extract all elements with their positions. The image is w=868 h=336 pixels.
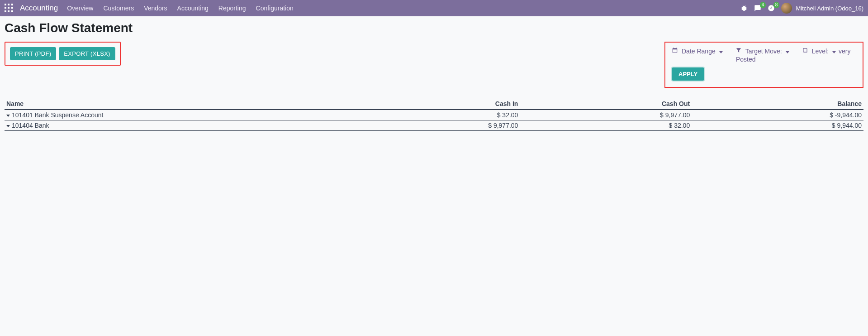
filter-icon — [735, 47, 742, 53]
cell-cash-out: $ 32.00 — [520, 120, 692, 131]
control-row: PRINT (PDF) EXPORT (XLSX) Date Range Tar… — [5, 42, 863, 88]
nav-link-configuration[interactable]: Configuration — [256, 5, 294, 12]
avatar — [781, 3, 792, 14]
col-balance: Balance — [692, 98, 863, 110]
nav-link-customers[interactable]: Customers — [103, 5, 134, 12]
messages-count: 4 — [760, 2, 766, 8]
cell-name: 101404 Bank — [12, 122, 49, 129]
filter-date-range-label: Date Range — [682, 48, 716, 55]
export-xlsx-button[interactable]: EXPORT (XLSX) — [59, 47, 115, 60]
nav-link-overview[interactable]: Overview — [67, 5, 93, 12]
col-name: Name — [5, 98, 348, 110]
calendar-icon — [672, 47, 678, 53]
filter-row: Date Range Target Move: Level: very — [672, 47, 856, 55]
cash-flow-table: Name Cash In Cash Out Balance 101401 Ban… — [5, 98, 863, 131]
filter-target-move-value: Posted — [736, 56, 856, 63]
activities-icon[interactable]: 8 — [768, 5, 775, 12]
expand-caret-icon[interactable] — [6, 125, 10, 127]
cell-cash-in: $ 32.00 — [348, 110, 520, 120]
nav-right: 4 8 Mitchell Admin (Odoo_16) — [740, 3, 863, 14]
messages-icon[interactable]: 4 — [754, 5, 761, 12]
table-header-row: Name Cash In Cash Out Balance — [5, 98, 863, 110]
cell-balance: $ -9,944.00 — [692, 110, 863, 120]
caret-down-icon — [832, 51, 836, 53]
caret-down-icon — [719, 51, 723, 53]
filter-panel: Date Range Target Move: Level: very Post… — [664, 42, 863, 88]
navbar: Accounting Overview Customers Vendors Ac… — [0, 0, 868, 16]
filter-level-label: Level: — [812, 48, 829, 55]
caret-down-icon — [786, 51, 789, 53]
filter-level-value: very — [839, 48, 850, 55]
nav-link-vendors[interactable]: Vendors — [144, 5, 167, 12]
col-cash-out: Cash Out — [520, 98, 692, 110]
filter-target-move[interactable]: Target Move: — [735, 47, 789, 55]
debug-icon[interactable] — [740, 5, 748, 12]
user-menu[interactable]: Mitchell Admin (Odoo_16) — [781, 3, 863, 14]
user-name: Mitchell Admin (Odoo_16) — [796, 5, 863, 12]
export-buttons: PRINT (PDF) EXPORT (XLSX) — [5, 42, 121, 66]
expand-caret-icon[interactable] — [6, 115, 10, 117]
cell-cash-out: $ 9,977.00 — [520, 110, 692, 120]
filter-date-range[interactable]: Date Range — [672, 47, 723, 55]
cell-cash-in: $ 9,977.00 — [348, 120, 520, 131]
col-cash-in: Cash In — [348, 98, 520, 110]
cell-name: 101401 Bank Suspense Account — [12, 111, 103, 119]
table-row[interactable]: 101401 Bank Suspense Account $ 32.00 $ 9… — [5, 110, 863, 120]
filter-target-move-label: Target Move: — [745, 48, 782, 55]
brand[interactable]: Accounting — [20, 4, 58, 13]
page-title: Cash Flow Statement — [5, 21, 863, 35]
filter-level[interactable]: Level: very — [802, 47, 851, 55]
table-row[interactable]: 101404 Bank $ 9,977.00 $ 32.00 $ 9,944.0… — [5, 120, 863, 131]
content: Cash Flow Statement PRINT (PDF) EXPORT (… — [0, 16, 868, 131]
apps-icon[interactable] — [5, 4, 14, 13]
book-icon — [802, 47, 808, 53]
nav-link-reporting[interactable]: Reporting — [218, 5, 246, 12]
nav-links: Overview Customers Vendors Accounting Re… — [67, 5, 294, 12]
activities-count: 8 — [773, 2, 780, 8]
cell-balance: $ 9,944.00 — [692, 120, 863, 131]
nav-link-accounting[interactable]: Accounting — [177, 5, 209, 12]
apply-button[interactable]: APPLY — [672, 67, 704, 81]
print-pdf-button[interactable]: PRINT (PDF) — [10, 47, 56, 60]
